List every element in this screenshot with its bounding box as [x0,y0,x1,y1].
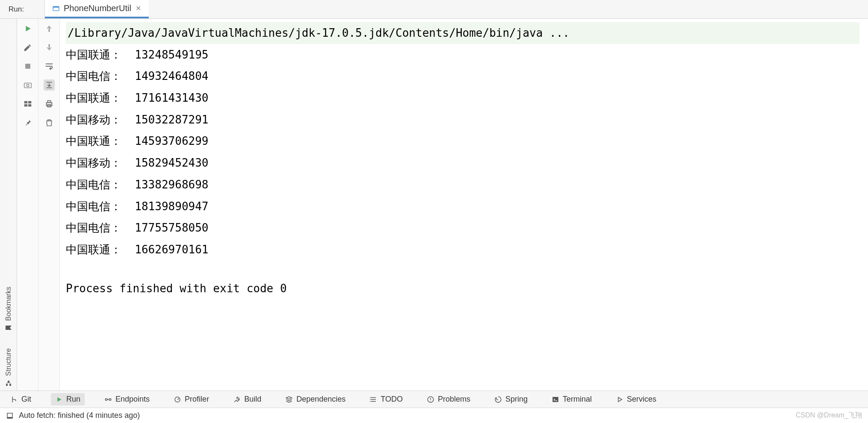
status-message: Auto fetch: finished (4 minutes ago) [19,411,140,420]
svg-rect-13 [47,101,50,103]
watermark: CSDN @Dream_飞翔 [796,411,862,420]
toolwindow-tab-label: Terminal [563,395,592,404]
toolwindow-tab-services[interactable]: Services [611,393,661,405]
svg-rect-11 [28,104,31,107]
spring-icon [494,396,502,403]
svg-rect-2 [6,384,8,386]
toolwindow-tab-label: Endpoints [115,395,150,404]
scroll-up-button[interactable] [44,23,55,34]
console-action-gutter [38,19,60,391]
rerun-button[interactable] [22,23,33,34]
dependencies-icon [285,396,293,403]
services-icon [616,396,623,403]
toolwindow-tab-git[interactable]: Git [6,393,35,405]
stop-button[interactable] [22,61,33,72]
toolwindow-tab-terminal[interactable]: Terminal [547,393,596,405]
dump-threads-button[interactable] [22,79,33,91]
console-output-line: 中国联通： 16626970161 [66,239,859,261]
console-output-line: 中国联通： 13248549195 [66,44,859,66]
edit-config-button[interactable] [22,42,33,53]
toolwindow-tab-label: Dependencies [296,395,345,404]
svg-rect-5 [25,64,30,69]
bottom-toolwindow-bar: GitRunEndpointsProfilerBuildDependencies… [0,391,868,408]
toolwindow-tab-label: Services [627,395,656,404]
svg-rect-6 [24,83,31,88]
svg-point-16 [109,398,111,400]
close-icon[interactable]: ✕ [136,4,141,12]
svg-point-20 [370,401,371,402]
problems-icon [427,396,434,403]
console-exit-message: Process finished with exit code 0 [66,278,859,300]
side-tab-bookmarks-label: Bookmarks [5,287,12,321]
toolwindow-tab-label: Run [66,395,80,404]
toolwindow-tab-label: Build [244,395,261,404]
toolwindow-tab-todo[interactable]: TODO [365,393,407,405]
svg-rect-10 [24,104,27,107]
console-output-line: 中国联通： 14593706299 [66,130,859,152]
side-tab-bookmarks[interactable]: Bookmarks [5,287,12,331]
toolwindow-tab-label: Problems [438,395,470,404]
console-command-line: /Library/Java/JavaVirtualMachines/jdk-17… [66,22,859,44]
toolwindow-tab-label: Spring [505,395,528,404]
toolwindow-tab-profiler[interactable]: Profiler [169,393,213,405]
endpoints-icon [104,396,112,403]
soft-wrap-button[interactable] [44,61,55,72]
todo-icon [369,396,377,403]
left-toolwindow-rail: Bookmarks Structure [0,19,17,391]
svg-rect-4 [8,381,9,382]
toolwindow-tab-label: Profiler [185,395,209,404]
scroll-down-button[interactable] [44,42,55,53]
build-icon [233,396,241,403]
toolwindow-tab-dependencies[interactable]: Dependencies [281,393,350,405]
console-output-line: 中国电信： 13382968698 [66,174,859,196]
application-icon [53,5,59,12]
pin-button[interactable] [22,117,33,128]
svg-rect-22 [552,397,558,402]
toolwindow-tab-spring[interactable]: Spring [490,393,532,405]
svg-point-7 [27,84,29,87]
side-tab-structure-label: Structure [5,348,12,376]
run-action-gutter [17,19,38,391]
side-tab-structure[interactable]: Structure [5,348,12,386]
console-output-line: 中国移动： 15829452430 [66,152,859,174]
status-bar: Auto fetch: finished (4 minutes ago) CSD… [0,408,868,423]
svg-point-19 [370,399,371,400]
run-icon [55,396,63,403]
git-icon [10,396,18,403]
svg-rect-24 [7,417,12,418]
console-output-line: 中国移动： 15032287291 [66,109,859,131]
main-area: Bookmarks Structure [0,19,868,391]
run-config-tab[interactable]: PhoneNumberUtil ✕ [45,0,149,18]
svg-rect-9 [28,101,31,104]
toolwindow-tab-label: Git [21,395,31,404]
svg-point-18 [370,397,371,398]
svg-rect-1 [53,6,59,8]
status-icon [6,412,14,420]
print-button[interactable] [44,98,55,109]
scroll-to-end-button[interactable] [44,79,55,91]
console-output-line: 中国电信： 17755758050 [66,217,859,239]
svg-rect-8 [24,101,27,104]
toolwindow-tab-endpoints[interactable]: Endpoints [100,393,154,405]
console-output-line: 中国电信： 14932464804 [66,65,859,87]
toolwindow-tab-build[interactable]: Build [229,393,266,405]
svg-rect-3 [9,384,11,386]
toolwindow-tab-problems[interactable]: Problems [422,393,475,405]
toolwindow-tab-run[interactable]: Run [51,393,85,405]
run-config-tab-title: PhoneNumberUtil [64,3,131,13]
toolwindow-tab-label: TODO [381,395,403,404]
profiler-icon [174,396,181,403]
console-output[interactable]: /Library/Java/JavaVirtualMachines/jdk-17… [60,19,868,391]
run-toolwindow-header: Run: PhoneNumberUtil ✕ [0,0,868,19]
terminal-icon [552,396,559,403]
clear-all-button[interactable] [44,117,55,128]
svg-point-15 [105,398,107,400]
console-output-line: 中国电信： 18139890947 [66,196,859,217]
run-label: Run: [0,0,45,18]
console-output-line: 中国联通： 17161431430 [66,87,859,109]
layout-button[interactable] [22,98,33,109]
